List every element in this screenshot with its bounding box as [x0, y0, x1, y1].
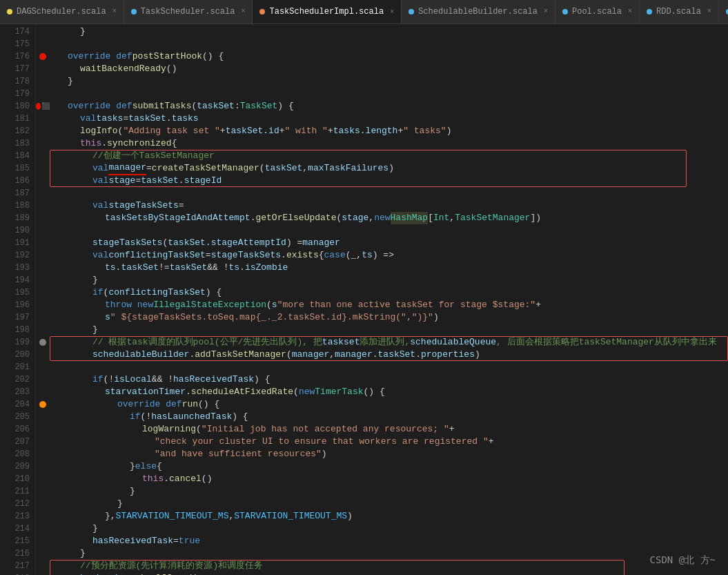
gutter-184: [36, 150, 50, 162]
linenum-209: 209: [0, 460, 30, 473]
code-line-187: [50, 187, 728, 199]
linenum-189: 189: [0, 212, 30, 224]
code-line-202: if (! isLocal && ! hasReceivedTask ) {: [50, 373, 728, 386]
code-line-217: //预分配资源(先计算消耗的资源)和调度任务: [50, 560, 728, 572]
linenum-192: 192: [0, 249, 30, 262]
gutter-214: [36, 523, 50, 535]
breakpoint-176[interactable]: [39, 53, 46, 60]
gutter-207: [36, 436, 50, 448]
gutter-204: [36, 398, 50, 411]
linenum-203: 203: [0, 386, 30, 398]
gutter-180: ⬛: [36, 100, 50, 113]
gutter-211: [36, 485, 50, 498]
linenum-200: 200: [0, 349, 30, 361]
tab-icon-schedulablebuilder: [409, 9, 414, 14]
tab-rdd[interactable]: RDD.scala ×: [640, 0, 719, 23]
code-line-178: }: [50, 75, 728, 88]
tab-taskschedulerimpl[interactable]: TaskSchedulerImpl.scala ×: [253, 0, 402, 23]
tab-close-dagscheduler[interactable]: ×: [112, 8, 117, 15]
gutter-187: [36, 187, 50, 199]
code-line-213: }, STARVATION_TIMEOUT_MS , STARVATION_TI…: [50, 510, 728, 523]
gutter-212: [36, 498, 50, 510]
code-line-207: "check your cluster UI to ensure that wo…: [50, 436, 728, 448]
gutter-176: [36, 50, 50, 63]
gutter-191: [36, 237, 50, 249]
code-line-195: if ( conflictingTaskSet ) {: [50, 286, 728, 299]
tab-close-schedulablebuilder[interactable]: ×: [544, 8, 548, 15]
linenum-181: 181: [0, 113, 30, 125]
tab-label-pool: Pool.scala: [572, 7, 622, 17]
linenum-193: 193: [0, 262, 30, 274]
tab-schedulablebuilder[interactable]: SchedulableBuilder.scala ×: [402, 0, 555, 23]
code-line-193: ts . taskSet != taskSet && ! ts . isZomb…: [50, 262, 728, 274]
gutter-217: [36, 560, 50, 572]
gutter-203: [36, 386, 50, 398]
tab-label-schedulablebuilder: SchedulableBuilder.scala: [418, 7, 538, 17]
breakpoint-180[interactable]: [36, 103, 41, 110]
code-line-214: }: [50, 523, 728, 535]
linenum-178: 178: [0, 75, 30, 88]
breakpoint-199[interactable]: [39, 339, 46, 346]
gutter-215: [36, 535, 50, 547]
code-line-212: }: [50, 498, 728, 510]
code-line-191: stageTaskSets ( taskSet . stageAttemptId…: [50, 237, 728, 249]
linenum-196: 196: [0, 299, 30, 311]
linenum-208: 208: [0, 448, 30, 460]
tab-close-rdd[interactable]: ×: [707, 8, 711, 15]
linenum-206: 206: [0, 423, 30, 436]
gutter-196: [36, 299, 50, 311]
tab-close-taskschedulerimpl[interactable]: ×: [390, 8, 394, 16]
code-content[interactable]: } override def postStartHook () { waitBa…: [50, 24, 728, 575]
gutter-206: [36, 423, 50, 436]
gutter-185: [36, 162, 50, 175]
code-line-183: this . synchronized {: [50, 137, 728, 150]
tab-dagscheduler[interactable]: DAGScheduler.scala ×: [0, 0, 124, 23]
tab-bar: DAGScheduler.scala × TaskScheduler.scala…: [0, 0, 728, 24]
tab-icon-taskschedulerimpl: [259, 9, 265, 14]
tab-close-pool[interactable]: ×: [628, 8, 632, 15]
gutter-175: [36, 38, 50, 50]
code-line-205: if (! hasLaunchedTask ) {: [50, 411, 728, 423]
linenum-176: 176: [0, 50, 30, 63]
code-line-209: } else {: [50, 460, 728, 473]
gutter-210: [36, 473, 50, 485]
gutter-190: [36, 224, 50, 237]
code-line-204: override def run () {: [50, 398, 728, 411]
gutter-182: [36, 125, 50, 137]
code-line-200: schedulableBuilder . addTaskSetManager (…: [50, 349, 728, 361]
tab-icon-rdd: [647, 9, 652, 14]
tab-taskscheduler[interactable]: TaskScheduler.scala ×: [124, 0, 253, 23]
code-line-189: taskSetsByStageIdAndAttempt . getOrElseU…: [50, 212, 728, 224]
code-area: 174 175 176 177 178 179 180 181 182 183 …: [0, 24, 728, 575]
breakpoint-204[interactable]: [39, 401, 46, 408]
linenum-180: 180: [0, 100, 30, 113]
tab-edgerddimpl[interactable]: EdgeRDDImpl.scala ×: [719, 0, 728, 23]
gutter-200: [36, 349, 50, 361]
gutter-192: [36, 249, 50, 262]
code-line-182: logInfo ( "Adding task set " + taskSet .…: [50, 125, 728, 137]
gutter-177: [36, 63, 50, 75]
gutter-209: [36, 460, 50, 473]
tab-icon-dagscheduler: [7, 9, 12, 14]
code-line-177: waitBackendReady (): [50, 63, 728, 75]
code-line-180: override def submitTasks ( taskSet : Tas…: [50, 100, 728, 113]
gutter: ⬛: [36, 24, 50, 575]
gutter-201: [36, 361, 50, 373]
code-line-186: val stage = taskSet . stageId: [50, 175, 728, 187]
tab-close-taskscheduler[interactable]: ×: [241, 8, 245, 15]
gutter-174: [36, 26, 50, 38]
gutter-183: [36, 137, 50, 150]
code-line-201: [50, 361, 728, 373]
code-line-218: backend . reviveOffers (): [50, 572, 728, 575]
linenum-174: 174: [0, 26, 30, 38]
code-line-194: }: [50, 274, 728, 286]
linenum-211: 211: [0, 485, 30, 498]
linenum-197: 197: [0, 311, 30, 324]
tab-icon-pool: [562, 9, 568, 14]
tab-pool[interactable]: Pool.scala ×: [555, 0, 640, 23]
gutter-178: [36, 75, 50, 88]
linenum-205: 205: [0, 411, 30, 423]
linenum-201: 201: [0, 361, 30, 373]
linenum-186: 186: [0, 175, 30, 187]
code-line-215: hasReceivedTask = true: [50, 535, 728, 547]
